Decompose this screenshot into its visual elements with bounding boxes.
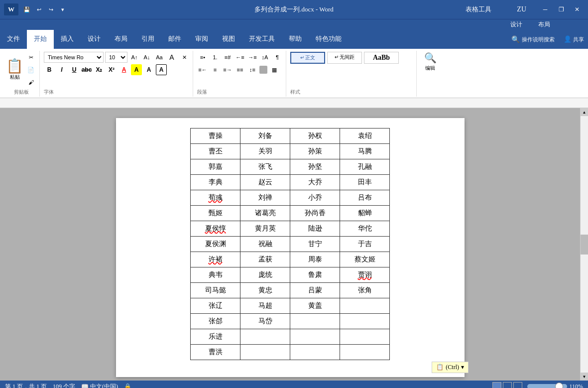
- vertical-scrollbar[interactable]: ▲ ▼: [580, 108, 588, 381]
- multilevel-list-button[interactable]: ≡#: [222, 52, 233, 63]
- table-cell[interactable]: 田丰: [340, 175, 390, 190]
- decrease-font-button[interactable]: A↓: [141, 52, 152, 63]
- table-cell[interactable]: 甘宁: [290, 237, 340, 252]
- table-cell[interactable]: [340, 345, 390, 360]
- tab-developer[interactable]: 开发工具: [242, 30, 282, 49]
- tab-references[interactable]: 引用: [134, 30, 161, 49]
- table-cell[interactable]: 典韦: [191, 267, 240, 283]
- tab-mailings[interactable]: 邮件: [161, 30, 188, 49]
- table-cell[interactable]: 袁绍: [340, 129, 390, 144]
- table-cell[interactable]: [340, 314, 390, 329]
- redo-button[interactable]: ↪: [45, 4, 56, 15]
- format-painter-button[interactable]: 🖌: [25, 77, 36, 88]
- table-design-tab[interactable]: 设计: [502, 20, 530, 29]
- table-cell[interactable]: [340, 329, 390, 345]
- table-cell[interactable]: [290, 314, 340, 329]
- table-cell[interactable]: 吕布: [340, 190, 390, 206]
- shading-button[interactable]: [259, 66, 267, 74]
- table-cell[interactable]: 陆逊: [290, 221, 340, 237]
- table-cell[interactable]: 刘禅: [240, 190, 290, 206]
- table-cell[interactable]: 诸葛亮: [240, 206, 290, 221]
- table-cell[interactable]: 夏侯惇: [191, 221, 240, 237]
- highlight-button[interactable]: A: [131, 64, 142, 75]
- scroll-up-button[interactable]: ▲: [581, 108, 588, 116]
- table-cell[interactable]: 鲁肃: [290, 267, 340, 283]
- table-cell[interactable]: 于吉: [340, 237, 390, 252]
- font-color-button[interactable]: A: [118, 64, 129, 75]
- char-shading-button[interactable]: A: [143, 64, 154, 75]
- table-cell[interactable]: 孔融: [340, 159, 390, 175]
- table-cell[interactable]: 马腾: [340, 144, 390, 159]
- table-cell[interactable]: 贾诩: [340, 267, 390, 283]
- table-cell[interactable]: 张郃: [191, 314, 240, 329]
- table-cell[interactable]: 郭嘉: [191, 159, 240, 175]
- tab-help[interactable]: 帮助: [282, 30, 309, 49]
- web-view[interactable]: [503, 382, 512, 388]
- table-cell[interactable]: 孙坚: [290, 159, 340, 175]
- bullets-button[interactable]: ≡•: [197, 52, 208, 63]
- style-normal[interactable]: ↵ 正文: [290, 52, 325, 64]
- table-cell[interactable]: 祝融: [240, 237, 290, 252]
- edit-button[interactable]: 🔍 编辑: [424, 52, 437, 72]
- tab-insert[interactable]: 插入: [54, 30, 81, 49]
- undo-button[interactable]: ↩: [33, 4, 44, 15]
- table-cell[interactable]: 黄月英: [240, 221, 290, 237]
- clear-format-button[interactable]: ✕: [179, 52, 190, 63]
- increase-font-button[interactable]: A↑: [129, 52, 140, 63]
- print-layout-view[interactable]: [492, 382, 501, 388]
- table-cell[interactable]: 李典: [191, 175, 240, 190]
- table-layout-tab[interactable]: 布局: [530, 20, 558, 29]
- paste-popup[interactable]: 📋 (Ctrl) ▾: [432, 362, 469, 373]
- table-cell[interactable]: 孟获: [240, 252, 290, 267]
- underline-button[interactable]: U: [69, 64, 80, 75]
- table-cell[interactable]: 赵云: [240, 175, 290, 190]
- tab-special[interactable]: 特色功能: [309, 30, 349, 49]
- cut-button[interactable]: ✂: [25, 52, 36, 63]
- minimize-button[interactable]: ─: [538, 2, 552, 16]
- copy-button[interactable]: 📄: [25, 64, 36, 75]
- line-spacing-button[interactable]: ↕≡: [247, 64, 258, 75]
- table-cell[interactable]: 孙策: [290, 144, 340, 159]
- font-size-select[interactable]: 10: [105, 52, 127, 63]
- style-heading1[interactable]: AaBb: [364, 52, 399, 64]
- align-center-button[interactable]: ≡: [210, 64, 221, 75]
- tab-design[interactable]: 设计: [81, 30, 108, 49]
- table-cell[interactable]: 夏侯渊: [191, 237, 240, 252]
- close-button[interactable]: ✕: [570, 2, 584, 16]
- zoom-thumb[interactable]: [555, 383, 563, 388]
- table-cell[interactable]: 荀彧: [191, 190, 240, 206]
- table-cell[interactable]: 张角: [340, 283, 390, 298]
- superscript-button[interactable]: X²: [106, 64, 117, 75]
- show-marks-button[interactable]: ¶: [272, 52, 283, 63]
- table-cell[interactable]: [240, 345, 290, 360]
- table-cell[interactable]: 曹丕: [191, 144, 240, 159]
- tab-file[interactable]: 文件: [0, 30, 27, 49]
- customize-button[interactable]: ▾: [57, 4, 68, 15]
- share-button[interactable]: 👤 共享: [560, 30, 588, 49]
- maximize-button[interactable]: ❐: [554, 2, 568, 16]
- italic-button[interactable]: I: [56, 64, 67, 75]
- table-cell[interactable]: 黄盖: [290, 298, 340, 314]
- borders-button[interactable]: ▦: [269, 64, 280, 75]
- justify-button[interactable]: ≡≡: [235, 64, 245, 75]
- numbering-button[interactable]: 1.: [210, 52, 221, 63]
- scroll-thumb[interactable]: [581, 235, 588, 255]
- table-cell[interactable]: 许褚: [191, 252, 240, 267]
- table-cell[interactable]: 张飞: [240, 159, 290, 175]
- tab-layout[interactable]: 布局: [108, 30, 134, 49]
- table-cell[interactable]: 马超: [240, 298, 290, 314]
- table-cell[interactable]: [240, 329, 290, 345]
- strikethrough-button[interactable]: abc: [81, 64, 92, 75]
- read-view[interactable]: [513, 382, 522, 388]
- table-cell[interactable]: 孙权: [290, 129, 340, 144]
- style-no-space[interactable]: ↵ 无间距: [327, 52, 362, 64]
- change-case-button[interactable]: Aa: [154, 52, 165, 63]
- paste-button[interactable]: 📋 粘贴: [6, 59, 23, 81]
- tab-view[interactable]: 视图: [215, 30, 242, 49]
- align-left-button[interactable]: ≡←: [197, 64, 208, 75]
- table-cell[interactable]: 周泰: [290, 252, 340, 267]
- tab-home[interactable]: 开始: [27, 30, 54, 49]
- increase-indent-button[interactable]: →≡: [247, 52, 258, 63]
- zoom-slider[interactable]: [527, 384, 567, 388]
- align-right-button[interactable]: ≡→: [222, 64, 233, 75]
